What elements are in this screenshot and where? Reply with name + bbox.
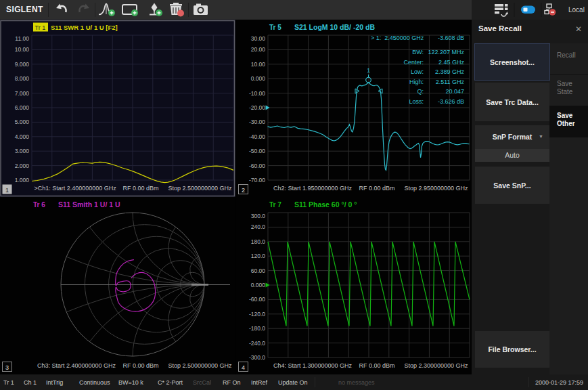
svg-text:Tr 6: Tr 6 [33,201,45,209]
svg-text:2.45 GHz: 2.45 GHz [438,59,465,66]
svg-text:3: 3 [5,364,9,371]
svg-text:0.000: 0.000 [251,75,266,82]
svg-text:Loss:: Loss: [409,98,424,105]
svg-text:S21 LogM 10 dB/ -20 dB: S21 LogM 10 dB/ -20 dB [294,23,375,31]
svg-text:>Ch1: Start 2.400000000 GHz: >Ch1: Start 2.400000000 GHz [35,185,117,192]
svg-text:300.0: 300.0 [251,213,266,219]
svg-text:122.207 MHz: 122.207 MHz [428,49,464,56]
svg-text:4.000: 4.000 [15,133,30,140]
svg-text:RF 0.00 dBm: RF 0.00 dBm [359,185,394,192]
svg-text:Low:: Low: [411,68,424,75]
svg-text:2.511 GHz: 2.511 GHz [436,79,465,85]
svg-text:Tr 7: Tr 7 [269,201,281,209]
svg-text:RF 0.00 dBm: RF 0.00 dBm [359,362,394,369]
svg-text:-70.00: -70.00 [249,177,265,183]
svg-text:-60.00: -60.00 [249,296,265,303]
svg-text:3.000: 3.000 [15,148,30,154]
svg-text:Stop 2.300000000 GHz: Stop 2.300000000 GHz [404,362,468,369]
svg-text:S11 Phase 60 °/ 0 °: S11 Phase 60 °/ 0 ° [294,200,357,209]
svg-text:4: 4 [242,364,245,371]
svg-text:10.00: 10.00 [251,61,266,68]
svg-text:-40.00: -40.00 [249,133,265,140]
svg-text:1.000: 1.000 [15,177,30,183]
svg-text:30.00: 30.00 [251,35,266,42]
svg-text:-240.0: -240.0 [249,340,265,347]
svg-text:-180.0: -180.0 [249,325,265,332]
svg-text:6.000: 6.000 [15,104,30,111]
svg-text:RF 0.00 dBm: RF 0.00 dBm [122,362,158,369]
svg-text:-20.00: -20.00 [249,104,265,111]
svg-text:-120.0: -120.0 [249,311,265,318]
svg-text:High:: High: [409,79,424,85]
svg-text:20.047: 20.047 [445,88,464,95]
svg-text:5.000: 5.000 [15,118,30,125]
svg-text:1: 1 [367,67,370,74]
svg-text:S11 SWR 1 U/ 1 U [F2]: S11 SWR 1 U/ 1 U [F2] [51,24,118,31]
svg-text:Local: Local [568,6,585,14]
svg-text:10.00: 10.00 [15,46,30,53]
svg-text:7.000: 7.000 [15,90,30,97]
svg-text:-50.00: -50.00 [249,148,265,154]
svg-text:-30.00: -30.00 [249,118,265,125]
svg-text:Ch2: Start 1.950000000 GHz: Ch2: Start 1.950000000 GHz [273,185,353,192]
svg-text:RF 0.00 dBm: RF 0.00 dBm [122,185,158,192]
svg-text:-300.0: -300.0 [249,354,265,361]
svg-text:11.00: 11.00 [15,35,29,42]
svg-text:Stop 2.950000000 GHz: Stop 2.950000000 GHz [404,185,468,192]
svg-text:-3.608 dB: -3.608 dB [438,35,464,41]
svg-text:Stop 2.500000000 GHz: Stop 2.500000000 GHz [168,185,232,192]
svg-text:8.000: 8.000 [15,75,30,82]
svg-text:2: 2 [242,187,245,194]
svg-text:Stop 2.500000000 GHz: Stop 2.500000000 GHz [168,362,232,369]
svg-text:-10.00: -10.00 [249,90,265,97]
svg-text:1: 1 [5,187,9,194]
svg-text:9.000: 9.000 [15,61,30,68]
svg-text:Center:: Center: [403,59,424,66]
svg-text:Ch4: Start 1.300000000 GHz: Ch4: Start 1.300000000 GHz [273,362,353,369]
svg-text:S11 Smith 1 U/ 1 U: S11 Smith 1 U/ 1 U [58,200,120,209]
svg-text:2.000: 2.000 [15,162,30,169]
svg-text:180.0: 180.0 [251,238,266,245]
svg-text:Tr 5: Tr 5 [269,24,281,31]
svg-text:Q:: Q: [417,88,424,95]
svg-text:BW:: BW: [412,49,424,56]
svg-text:> 1: 2.450000 GHz: > 1: 2.450000 GHz [371,35,424,41]
svg-text:-3.626 dB: -3.626 dB [438,98,464,105]
svg-text:-60.00: -60.00 [249,162,265,169]
svg-text:Tr 1: Tr 1 [35,24,46,31]
svg-text:60.00: 60.00 [251,267,266,274]
svg-text:Ch3: Start 2.400000000 GHz: Ch3: Start 2.400000000 GHz [37,362,116,369]
svg-text:20.00: 20.00 [251,46,266,53]
svg-text:2.389 GHz: 2.389 GHz [435,68,465,75]
svg-text:0.000: 0.000 [251,282,266,288]
svg-text:120.0: 120.0 [251,253,266,259]
svg-text:240.0: 240.0 [251,223,266,230]
